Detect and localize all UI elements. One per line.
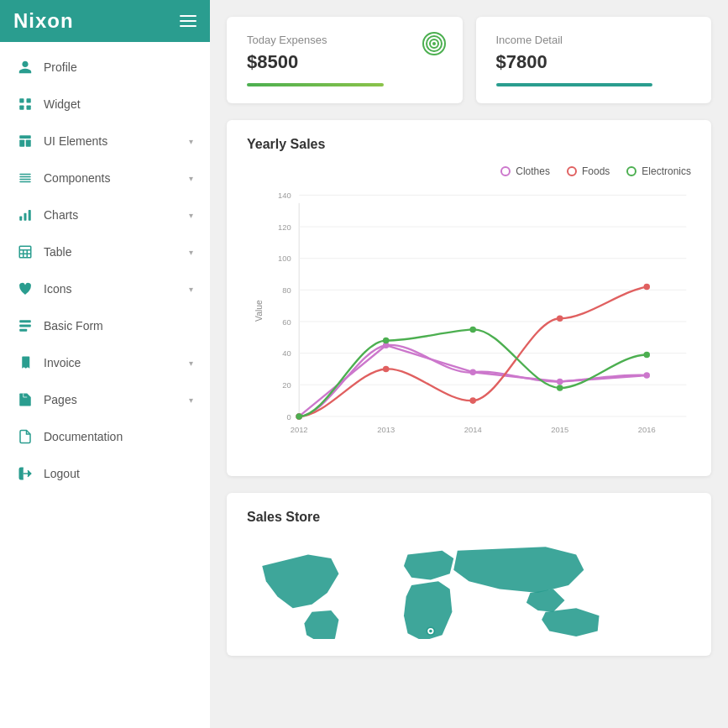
sidebar-item-icons[interactable]: Icons ▾ [0,270,210,307]
sales-store-section: Sales Store [227,493,711,656]
hamburger-button[interactable] [180,15,196,27]
sidebar-item-components[interactable]: Components ▾ [0,160,210,196]
card-income-detail: Income Detail $7800 [476,17,712,103]
foods-dot [567,166,577,176]
chart-legend: Clothes Foods Electronics [247,165,691,177]
sidebar-label-widget: Widget [44,97,193,111]
sidebar-item-widget[interactable]: Widget [0,86,210,123]
chevron-down-icon: ▾ [189,395,193,405]
electronics-point-2014 [469,327,476,333]
person-icon [17,59,34,76]
sidebar-label-logout: Logout [44,467,193,480]
card-value-income: $7800 [496,51,692,73]
electronics-point-2015 [557,385,563,391]
legend-clothes: Clothes [500,165,550,177]
card-today-expenses: Today Expenses $8500 [227,17,463,103]
svg-text:0: 0 [287,412,291,422]
clothes-label: Clothes [516,165,550,177]
card-label-expenses: Today Expenses [247,34,443,46]
svg-text:20: 20 [282,380,291,390]
svg-text:60: 60 [282,317,291,327]
x-axis: 2012 2013 2014 2015 2016 [291,425,656,434]
sidebar-label-basic-form: Basic Form [44,319,193,333]
svg-rect-5 [19,140,24,147]
svg-rect-4 [19,135,31,139]
sidebar-label-ui-elements: UI Elements [44,134,189,148]
sidebar-item-ui-elements[interactable]: UI Elements ▾ [0,123,210,160]
svg-text:2016: 2016 [638,425,656,434]
sidebar-item-table[interactable]: Table ▾ [0,233,210,270]
grid-icon [17,96,34,113]
clothes-dot [500,166,511,176]
clothes-point-2015 [557,379,563,385]
foods-point-2016 [644,284,651,291]
svg-text:2014: 2014 [464,425,482,434]
yearly-sales-title: Yearly Sales [247,137,691,152]
yearly-sales-section: Yearly Sales Clothes Foods Electronics V… [227,120,711,476]
card-value-expenses: $8500 [247,51,443,73]
sidebar-item-documentation[interactable]: Documentation [0,418,210,455]
chevron-down-icon: ▾ [189,211,193,220]
sidebar-item-charts[interactable]: Charts ▾ [0,196,210,233]
sidebar-item-basic-form[interactable]: Basic Form [0,307,210,344]
svg-rect-17 [19,329,27,332]
svg-text:2012: 2012 [291,425,308,434]
sidebar-label-documentation: Documentation [44,430,193,443]
world-map [247,538,691,639]
svg-rect-16 [19,325,31,327]
sidebar-label-invoice: Invoice [44,356,189,369]
sidebar-item-profile[interactable]: Profile [0,49,210,86]
electronics-point-2012 [296,413,302,420]
electronics-point-2016 [644,352,651,359]
svg-text:40: 40 [282,348,291,358]
svg-rect-7 [19,217,22,221]
sidebar-item-logout[interactable]: Logout [0,455,210,492]
legend-foods: Foods [567,165,610,177]
chevron-down-icon: ▾ [189,359,193,368]
foods-label: Foods [582,165,610,177]
line-chart-container: Value 0 20 40 60 80 100 120 [247,187,691,459]
svg-point-47 [429,630,432,633]
svg-text:Value: Value [254,300,264,322]
sidebar-nav: Profile Widget UI Elements ▾ Components … [0,42,210,499]
components-icon [17,170,34,186]
logout-icon [17,465,34,482]
chart-icon [17,207,34,223]
sidebar-label-icons: Icons [44,282,189,296]
cards-row: Today Expenses $8500 Income Detail $7800 [227,17,711,103]
svg-text:120: 120 [278,223,291,232]
expenses-progress-bar [247,83,384,86]
income-progress-bar [496,83,652,86]
sidebar-header: Nixon [0,0,210,42]
sidebar-label-profile: Profile [44,60,193,74]
chevron-down-icon: ▾ [189,285,193,294]
card-label-income: Income Detail [496,34,692,46]
foods-point-2013 [383,366,390,373]
clothes-line [299,345,647,416]
sidebar-item-pages[interactable]: Pages ▾ [0,381,210,418]
svg-rect-1 [27,98,31,102]
legend-electronics: Electronics [626,165,691,177]
table-icon [17,244,34,260]
svg-rect-8 [24,213,27,221]
form-icon [17,317,34,334]
invoice-icon [17,354,34,371]
svg-text:100: 100 [278,254,291,263]
electronics-dot [626,166,636,176]
foods-smooth [299,287,647,416]
brand-logo: Nixon [13,9,74,33]
svg-rect-9 [29,210,31,221]
svg-text:80: 80 [282,285,291,295]
layout-icon [17,133,34,149]
sidebar-label-pages: Pages [44,393,189,406]
clothes-point-2014 [469,369,476,375]
sidebar-item-invoice[interactable]: Invoice ▾ [0,344,210,381]
electronics-point-2013 [383,338,390,344]
sidebar-label-table: Table [44,245,189,259]
target-icon [422,32,446,55]
electronics-label: Electronics [642,165,691,177]
heart-icon [17,280,34,297]
svg-rect-15 [19,320,31,322]
y-axis: Value 0 20 40 60 80 100 120 [254,191,686,422]
svg-text:2015: 2015 [551,425,568,434]
